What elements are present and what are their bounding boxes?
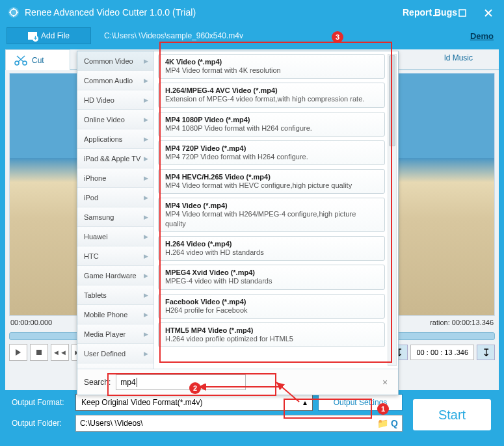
category-item[interactable]: Applications▶ xyxy=(77,129,153,149)
category-item[interactable]: Common Video▶ xyxy=(77,51,153,71)
output-format-select[interactable]: Keep Original Video Format(*.m4v) ▴ xyxy=(75,394,313,411)
minimize-button[interactable] xyxy=(427,4,445,22)
category-item[interactable]: Tablets▶ xyxy=(77,285,153,305)
output-folder-value: C:\Users\ \Videos\ xyxy=(80,419,142,428)
svg-rect-3 xyxy=(459,10,466,16)
annotation-badge-1: 1 xyxy=(377,403,389,415)
format-item[interactable]: H.264/MPEG-4 AVC Video (*.mp4)Extension … xyxy=(158,83,385,107)
close-button[interactable] xyxy=(479,4,497,22)
svg-rect-6 xyxy=(36,350,42,355)
tab-music-partial[interactable]: ld Music xyxy=(444,53,473,62)
app-icon xyxy=(8,7,20,18)
add-file-button[interactable]: Add File xyxy=(7,27,91,44)
time-duration: ration: 00:00:13.346 xyxy=(430,319,494,330)
search-input[interactable]: mp4 xyxy=(116,374,246,390)
format-item[interactable]: MP4 HEVC/H.265 Video (*.mp4)MP4 Video fo… xyxy=(158,169,385,194)
output-format-value: Keep Original Video Format(*.m4v) xyxy=(81,398,203,407)
output-folder-label: Output Folder: xyxy=(12,419,70,428)
category-item[interactable]: Game Hardware▶ xyxy=(77,266,153,285)
add-file-label: Add File xyxy=(41,31,70,40)
mark-out-button[interactable]: ↧ xyxy=(477,345,495,360)
play-button[interactable] xyxy=(9,344,27,361)
category-item[interactable]: HD Video▶ xyxy=(77,90,153,110)
stop-button[interactable] xyxy=(30,344,48,361)
format-item[interactable]: MP4 Video (*.mp4)MP4 Video format with H… xyxy=(158,198,385,232)
category-item[interactable]: Mobile Phone▶ xyxy=(77,305,153,324)
category-item[interactable]: User Defined▶ xyxy=(77,344,153,363)
category-item[interactable]: iPad && Apple TV▶ xyxy=(77,149,153,168)
format-item[interactable]: MP4 720P Video (*.mp4)MP4 720P Video for… xyxy=(158,140,385,165)
category-item[interactable]: Huawei▶ xyxy=(77,227,153,246)
tab-cut-label: Cut xyxy=(32,56,44,65)
search-label: Search: xyxy=(84,378,111,387)
format-scrollbar[interactable] xyxy=(388,54,397,366)
time-out-display[interactable]: 00 : 00 : 13 .346 xyxy=(410,345,474,360)
scissors-icon xyxy=(14,55,28,66)
time-start: 00:00:00.000 xyxy=(10,319,52,330)
search-close-button[interactable]: × xyxy=(378,377,391,387)
format-item[interactable]: HTML5 MP4 Video (*.mp4)H.264 video profi… xyxy=(158,322,385,347)
category-item[interactable]: Media Player▶ xyxy=(77,324,153,344)
category-item[interactable]: iPhone▶ xyxy=(77,168,153,188)
demo-link[interactable]: Demo xyxy=(470,31,494,41)
format-item[interactable]: 4K Video (*.mp4)MP4 Video format with 4K… xyxy=(158,54,385,79)
format-item[interactable]: H.264 Video (*.mp4)H.264 video with HD s… xyxy=(158,236,385,261)
maximize-button[interactable] xyxy=(453,4,471,22)
output-folder-input[interactable]: C:\Users\ \Videos\ 📁 Q xyxy=(75,415,403,432)
output-settings-button[interactable]: Output Settings xyxy=(318,394,403,411)
format-item[interactable]: MPEG4 Xvid Video (*.mp4)MPEG-4 video wit… xyxy=(158,265,385,289)
category-item[interactable]: Samsung▶ xyxy=(77,207,153,227)
start-button[interactable]: Start xyxy=(413,399,491,430)
folder-browse-icon[interactable]: 📁 xyxy=(377,418,388,428)
category-item[interactable]: Recent▶ xyxy=(77,363,153,369)
folder-open-icon[interactable]: Q xyxy=(391,418,398,428)
output-format-label: Output Format: xyxy=(12,398,70,407)
category-item[interactable]: Online Video▶ xyxy=(77,110,153,129)
format-item[interactable]: Facebook Video (*.mp4)H264 profile for F… xyxy=(158,294,385,319)
category-list: Common Video▶Common Audio▶HD Video▶Onlin… xyxy=(77,51,154,369)
window-title: Renee Advanced Video Cutter 1.0.0 (Trial… xyxy=(25,7,403,18)
dropdown-arrow-icon: ▴ xyxy=(303,398,307,407)
format-item[interactable]: MP4 1080P Video (*.mp4)MP4 1080P Video f… xyxy=(158,112,385,137)
annotation-badge-2: 2 xyxy=(189,382,201,394)
annotation-badge-3: 3 xyxy=(332,31,343,43)
prev-frame-button[interactable]: ◄◄ xyxy=(51,344,69,361)
category-item[interactable]: HTC▶ xyxy=(77,246,153,266)
category-item[interactable]: iPod▶ xyxy=(77,188,153,207)
add-file-icon xyxy=(28,32,37,40)
file-path: C:\Users\ \Videos\sample_960x540.m4v xyxy=(104,31,470,40)
tab-cut[interactable]: Cut xyxy=(5,49,70,70)
category-item[interactable]: Common Audio▶ xyxy=(77,71,153,90)
format-dropdown-panel: Common Video▶Common Audio▶HD Video▶Onlin… xyxy=(77,51,399,395)
format-list: 4K Video (*.mp4)MP4 Video format with 4K… xyxy=(154,51,398,369)
